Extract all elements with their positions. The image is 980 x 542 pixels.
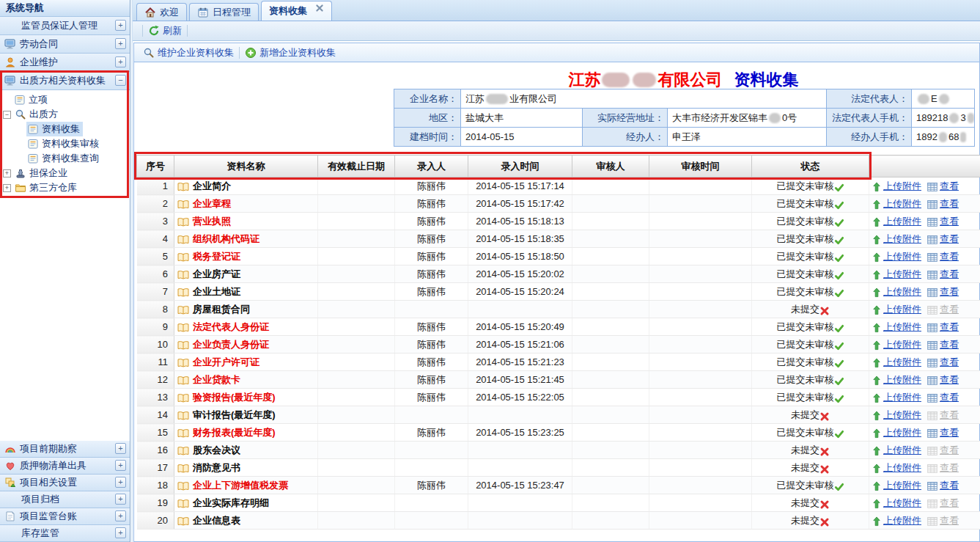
sidebar-expanded-section: 出质方相关资料收集− xyxy=(0,72,130,90)
sidebar-item-enterprise-maintenance[interactable]: 企业维护+ xyxy=(0,54,130,72)
tree-item-project-initiation[interactable]: 立项 xyxy=(0,92,130,107)
view-link[interactable]: 查看 xyxy=(940,480,959,491)
entry-by-cell: 陈丽伟 xyxy=(395,477,468,494)
upload-attachment-link[interactable]: 上传附件 xyxy=(883,233,921,244)
sidebar-item-inventory-supervision[interactable]: 库存监管+ xyxy=(0,525,130,542)
upload-attachment-link[interactable]: 上传附件 xyxy=(883,286,921,297)
book-icon xyxy=(177,411,189,421)
view-link[interactable]: 查看 xyxy=(940,198,959,209)
expand-button[interactable]: + xyxy=(115,527,126,538)
view-link[interactable]: 查看 xyxy=(940,444,959,455)
upload-attachment-link[interactable]: 上传附件 xyxy=(883,480,921,491)
sidebar-item-project-archive[interactable]: 项目归档+ xyxy=(0,491,130,508)
upload-attachment-link[interactable]: 上传附件 xyxy=(883,180,921,191)
view-link[interactable]: 查看 xyxy=(940,409,959,420)
sidebar-item-supervisor-guarantor-management[interactable]: 监管员保证人管理+ xyxy=(0,17,130,35)
table-row: 7企业土地证陈丽伟2014-05-15 15:20:24已提交未审核上传附件查看 xyxy=(137,283,980,301)
close-tab-icon[interactable] xyxy=(315,4,324,12)
sidebar-item-project-supervision-ledger[interactable]: 项目监管台账+ xyxy=(0,508,130,525)
tree-item-data-collection[interactable]: 资料收集 xyxy=(0,122,130,136)
expand-button[interactable]: + xyxy=(115,510,126,521)
view-link[interactable]: 查看 xyxy=(940,515,959,526)
tree-item-body: 资料收集 xyxy=(26,122,83,136)
view-link[interactable]: 查看 xyxy=(940,304,959,315)
maintain-collection-button[interactable]: 维护企业资料收集 xyxy=(143,46,234,59)
upload-attachment-link[interactable]: 上传附件 xyxy=(883,374,921,385)
row-no-cell: 15 xyxy=(137,424,174,442)
expand-button[interactable]: + xyxy=(115,20,126,31)
actions-cell: 上传附件查看 xyxy=(869,406,980,424)
sidebar-item-labor-contract[interactable]: 劳动合同+ xyxy=(0,35,130,54)
sidebar-item-label: 项目相关设置 xyxy=(20,476,77,489)
view-link[interactable]: 查看 xyxy=(940,286,959,297)
tree-plus-icon[interactable]: + xyxy=(3,169,11,177)
upload-attachment-link[interactable]: 上传附件 xyxy=(883,409,921,420)
home-icon xyxy=(144,7,156,18)
view-link[interactable]: 查看 xyxy=(940,339,959,350)
expand-button[interactable]: + xyxy=(115,443,126,454)
view-link[interactable]: 查看 xyxy=(940,268,959,279)
expand-button[interactable]: + xyxy=(115,494,126,505)
tab-data-collection[interactable]: 资料收集 xyxy=(261,1,332,21)
upload-attachment-link[interactable]: 上传附件 xyxy=(883,444,921,455)
collapse-button[interactable]: − xyxy=(115,75,126,86)
view-link[interactable]: 查看 xyxy=(940,216,959,227)
upload-attachment-link[interactable]: 上传附件 xyxy=(883,392,921,403)
tree-minus-icon[interactable]: − xyxy=(3,111,11,119)
tree-item-third-party-warehouse[interactable]: +第三方仓库 xyxy=(0,180,130,195)
view-link[interactable]: 查看 xyxy=(940,497,959,508)
view-link[interactable]: 查看 xyxy=(940,180,959,191)
upload-attachment-link[interactable]: 上传附件 xyxy=(883,268,921,279)
view-link[interactable]: 查看 xyxy=(940,427,959,438)
tree-plus-icon[interactable]: + xyxy=(3,184,11,192)
view-link[interactable]: 查看 xyxy=(940,321,959,332)
status-cell: 已提交未审核 xyxy=(752,318,869,336)
view-link[interactable]: 查看 xyxy=(940,374,959,385)
expand-button[interactable]: + xyxy=(115,477,126,488)
view-link[interactable]: 查看 xyxy=(940,233,959,244)
tree-item-data-collection-review[interactable]: 资料收集审核 xyxy=(0,136,130,151)
view-link[interactable]: 查看 xyxy=(940,356,959,367)
entry-time-cell: 2014-05-15 15:20:24 xyxy=(468,283,572,301)
audit-time-cell xyxy=(649,213,752,230)
expand-button[interactable]: + xyxy=(115,460,126,471)
sidebar-item-project-settings[interactable]: 项目相关设置+ xyxy=(0,475,130,491)
sidebar-item-project-preliminary-survey[interactable]: 项目前期勘察+ xyxy=(0,441,130,458)
upload-attachment-link[interactable]: 上传附件 xyxy=(883,198,921,209)
valid-until-cell xyxy=(318,512,395,530)
tree-item-guarantee-enterprise[interactable]: +担保企业 xyxy=(0,166,130,180)
status-cell: 已提交未审核 xyxy=(752,336,869,354)
upload-attachment-link[interactable]: 上传附件 xyxy=(883,515,921,526)
tab-schedule-management[interactable]: 日程管理 xyxy=(189,3,259,21)
tree-item-data-collection-query[interactable]: 资料收集查询 xyxy=(0,151,130,166)
add-collection-button[interactable]: 新增企业资料收集 xyxy=(245,46,336,59)
book-icon xyxy=(177,446,189,456)
view-link[interactable]: 查看 xyxy=(940,392,959,403)
upload-attachment-link[interactable]: 上传附件 xyxy=(883,251,921,262)
sidebar-item-pledge-list-issuance[interactable]: 质押物清单出具+ xyxy=(0,458,130,475)
sidebar-item-pledgor-data-collection[interactable]: 出质方相关资料收集− xyxy=(0,72,130,90)
actions-cell: 上传附件查看 xyxy=(869,477,980,494)
view-link[interactable]: 查看 xyxy=(940,462,959,473)
upload-attachment-link[interactable]: 上传附件 xyxy=(883,462,921,473)
doc-name-cell: 企业贷款卡 xyxy=(174,371,318,389)
upload-attachment-link[interactable]: 上传附件 xyxy=(883,497,921,508)
upload-attachment-link[interactable]: 上传附件 xyxy=(883,427,921,438)
tree-item-pledgor[interactable]: −出质方 xyxy=(0,107,130,122)
status-cell: 未提交 xyxy=(752,512,869,530)
expand-button[interactable]: + xyxy=(115,38,126,49)
view-link[interactable]: 查看 xyxy=(940,251,959,262)
tab-welcome[interactable]: 欢迎 xyxy=(136,3,187,21)
upload-attachment-link[interactable]: 上传附件 xyxy=(883,321,921,332)
upload-attachment-link[interactable]: 上传附件 xyxy=(883,339,921,350)
check-icon xyxy=(834,429,844,439)
doc-name-cell: 审计报告(最近年度) xyxy=(174,406,318,424)
upload-attachment-link[interactable]: 上传附件 xyxy=(883,356,921,367)
upload-attachment-link[interactable]: 上传附件 xyxy=(883,216,921,227)
expand-button[interactable]: + xyxy=(115,56,126,67)
refresh-button[interactable]: 刷新 xyxy=(148,24,182,37)
book-icon xyxy=(177,199,189,210)
upload-attachment-link[interactable]: 上传附件 xyxy=(883,304,921,315)
book-icon xyxy=(177,323,189,333)
view-icon xyxy=(927,199,937,210)
